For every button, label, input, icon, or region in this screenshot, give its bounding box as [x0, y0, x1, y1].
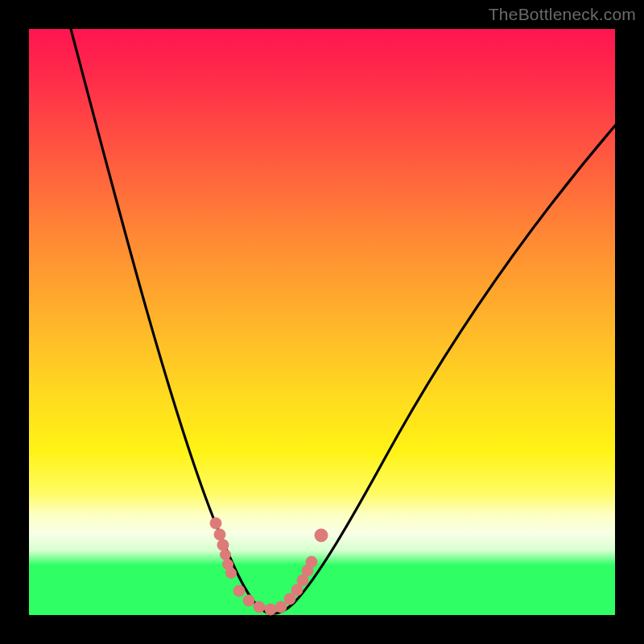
svg-point-16 — [315, 529, 328, 542]
svg-point-5 — [226, 568, 237, 579]
watermark-text: TheBottleneck.com — [489, 5, 636, 24]
svg-point-10 — [275, 601, 287, 613]
svg-point-3 — [221, 550, 231, 560]
svg-point-6 — [233, 585, 245, 597]
marker-cluster-left — [210, 518, 237, 579]
svg-point-9 — [265, 604, 276, 615]
bottleneck-curve — [71, 29, 615, 613]
svg-point-15 — [306, 556, 317, 568]
svg-point-1 — [214, 529, 225, 540]
curve-layer — [29, 29, 615, 615]
chart-frame: TheBottleneck.com — [0, 0, 644, 644]
svg-point-2 — [217, 539, 229, 551]
svg-point-0 — [210, 518, 221, 529]
plot-area — [29, 29, 615, 615]
marker-outlier — [315, 529, 328, 542]
svg-point-8 — [254, 601, 265, 613]
marker-cluster-bottom — [233, 556, 317, 615]
svg-point-7 — [243, 595, 254, 606]
